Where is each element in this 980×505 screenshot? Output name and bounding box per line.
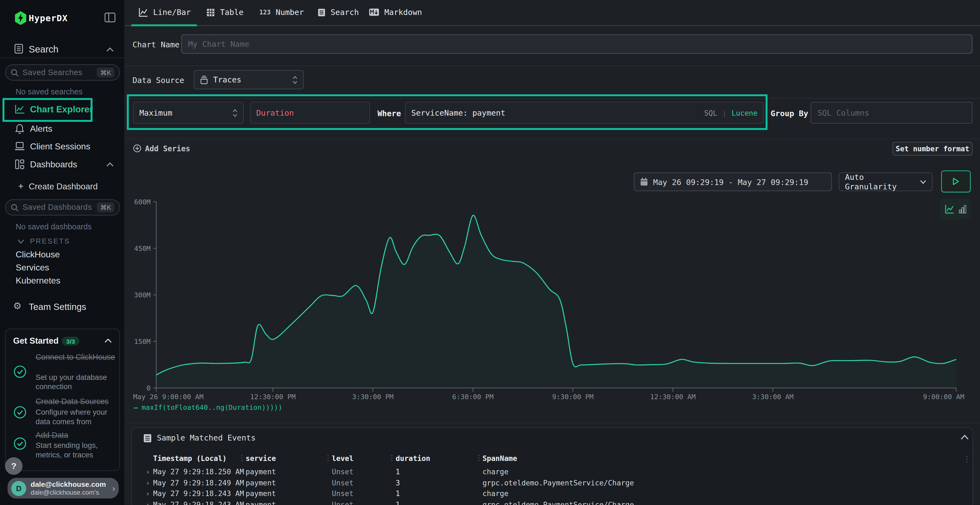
chart-name-input[interactable] [181, 34, 973, 54]
svg-text:May 26 9:00:00 AM: May 26 9:00:00 AM [133, 393, 204, 401]
number-123-icon: 123 [259, 9, 270, 16]
kebab-menu-icon[interactable]: ⋮ [963, 455, 971, 464]
column-header-level[interactable]: level [332, 454, 353, 463]
help-button[interactable]: ? [5, 457, 22, 475]
event-table-row[interactable]: ›May 27 9:29:18.243 AMpaymentUnset1grpc.… [132, 500, 972, 505]
check-circle-icon [13, 405, 27, 419]
get-started-item-subtitle: Start sending logs, metrics, or traces [36, 441, 118, 460]
get-started-chevron-up-icon[interactable] [104, 338, 112, 343]
column-header-service[interactable]: service [245, 454, 276, 463]
dashboards-chevron-up-icon[interactable] [106, 162, 114, 167]
sidebar-divider [0, 57, 125, 58]
collapse-panel-chevron-up-icon[interactable] [961, 435, 969, 440]
saved-searches-input[interactable]: Saved Searches ⌘K [5, 64, 120, 81]
group-by-input[interactable] [811, 102, 973, 124]
svg-text:9:30:00 PM: 9:30:00 PM [552, 393, 593, 401]
preset-clickhouse[interactable]: ClickHouse [16, 249, 60, 259]
svg-text:150M: 150M [134, 338, 151, 346]
granularity-select[interactable]: Auto Granularity [839, 173, 932, 191]
sidebar-collapse-icon[interactable] [104, 13, 115, 22]
event-cell: payment [245, 489, 276, 498]
section-divider [125, 422, 980, 423]
event-table-row[interactable]: ›May 27 9:29:18.249 AMpaymentUnset3grpc.… [132, 478, 972, 489]
tab-number[interactable]: 123 Number [259, 8, 304, 17]
run-query-button[interactable] [941, 171, 971, 192]
timeseries-chart[interactable]: 0150M300M450M600MMay 26 9:00:00 AM12:30:… [133, 199, 964, 406]
search-icon [11, 68, 19, 76]
preset-kubernetes[interactable]: Kubernetes [16, 275, 60, 286]
group-by-label: Group By [771, 108, 808, 118]
svg-text:9:00:00 AM: 9:00:00 AM [923, 393, 964, 401]
row-expand-chevron-icon[interactable]: › [146, 500, 150, 505]
event-cell: Unset [332, 467, 353, 476]
presets-header[interactable]: PRESETS [30, 237, 70, 245]
column-drag-handle[interactable]: ⋮ [388, 454, 396, 462]
granularity-value: Auto Granularity [845, 173, 915, 191]
create-dashboard-button[interactable]: Create Dashboard [29, 182, 98, 191]
table-icon [206, 8, 215, 17]
sidebar-item-team-settings[interactable]: Team Settings [29, 302, 86, 312]
get-started-item-title[interactable]: Add Data [36, 431, 118, 440]
get-started-item-title[interactable]: Connect to ClickHouse [36, 353, 118, 362]
sidebar-item-alerts[interactable]: Alerts [30, 124, 52, 134]
tab-markdown[interactable]: Markdown [369, 8, 422, 17]
sidebar-item-chart-explorer[interactable]: Chart Explorer [30, 104, 93, 114]
field-value: Duration [256, 108, 294, 117]
row-expand-chevron-icon[interactable]: › [146, 467, 150, 476]
sidebar: HyperDX Search Saved Searches ⌘K No save… [0, 0, 125, 505]
sidebar-item-search[interactable]: Search [29, 44, 59, 54]
row-expand-chevron-icon[interactable]: › [146, 489, 150, 498]
data-source-select[interactable]: Traces [194, 70, 304, 89]
column-header-duration[interactable]: duration [396, 454, 430, 463]
date-range-picker[interactable]: May 26 09:29:19 - May 27 09:29:19 [634, 173, 832, 191]
legend-label: maxIf(toFloat640..ng(Duration))))) [142, 403, 282, 412]
column-drag-handle[interactable]: ⋮ [325, 454, 332, 462]
sidebar-item-client-sessions[interactable]: Client Sessions [30, 141, 91, 151]
field-input[interactable]: Duration [250, 102, 370, 124]
check-circle-icon [13, 365, 27, 379]
column-header-spanname[interactable]: SpanName [482, 454, 517, 463]
event-cell: payment [245, 500, 276, 505]
user-menu[interactable]: D dale@clickhouse.com dale@clickhouse.co… [8, 478, 119, 499]
column-drag-handle[interactable]: ⋮ [238, 454, 246, 462]
event-table-row[interactable]: ›May 27 9:29:18.243 AMpaymentUnset1charg… [132, 488, 972, 500]
aggregation-select[interactable]: Maximum [133, 102, 243, 124]
tab-search[interactable]: Search [317, 8, 359, 17]
section-divider [125, 98, 980, 98]
sql-mode-toggle[interactable]: SQL [704, 108, 717, 117]
event-cell: Unset [332, 500, 353, 505]
sidebar-item-dashboards[interactable]: Dashboards [30, 159, 77, 169]
svg-text:6:30:00 PM: 6:30:00 PM [452, 393, 493, 401]
add-series-button[interactable]: Add Series [145, 144, 190, 153]
column-drag-handle[interactable]: ⋮ [475, 454, 483, 462]
chevron-down-icon [920, 179, 926, 184]
line-chart-icon [139, 8, 148, 17]
event-cell: payment [245, 478, 276, 487]
no-saved-searches-note: No saved searches [16, 87, 83, 96]
get-started-item-title[interactable]: Create Data Sources [36, 397, 118, 407]
event-table-row[interactable]: ›May 27 9:29:18.250 AMpaymentUnset1charg… [132, 467, 972, 478]
tab-line-bar[interactable]: Line/Bar [139, 8, 191, 17]
tab-label: Markdown [384, 8, 422, 17]
no-saved-dashboards-note: No saved dashboards [16, 222, 91, 231]
preset-services[interactable]: Services [16, 262, 49, 272]
where-input[interactable]: ServiceName: payment SQL | Lucene [405, 102, 764, 124]
event-cell: Unset [332, 478, 353, 487]
event-cell: grpc.oteldemo.PaymentService/Charge [482, 500, 634, 505]
saved-dashboards-input[interactable]: Saved Dashboards ⌘K [5, 199, 120, 216]
event-cell: 1 [396, 467, 400, 476]
svg-text:12:30:00 PM: 12:30:00 PM [250, 393, 296, 401]
search-section-chevron-up-icon[interactable] [106, 48, 114, 52]
bell-icon [15, 124, 24, 134]
saved-dashboards-kbd: ⌘K [97, 202, 115, 213]
row-expand-chevron-icon[interactable]: › [146, 478, 150, 487]
lucene-mode-toggle[interactable]: Lucene [732, 108, 757, 117]
set-number-format-button[interactable]: Set number format [892, 142, 973, 156]
column-header-timestamp[interactable]: Timestamp (Local) [153, 454, 226, 463]
tab-table[interactable]: Table [206, 8, 243, 17]
presets-chevron-down-icon[interactable] [18, 239, 24, 243]
event-cell: May 27 9:29:18.243 AM [153, 489, 244, 498]
get-started-item-subtitle: Set up your database connection [36, 373, 118, 392]
markdown-icon [369, 8, 379, 16]
event-cell: 3 [396, 478, 400, 487]
